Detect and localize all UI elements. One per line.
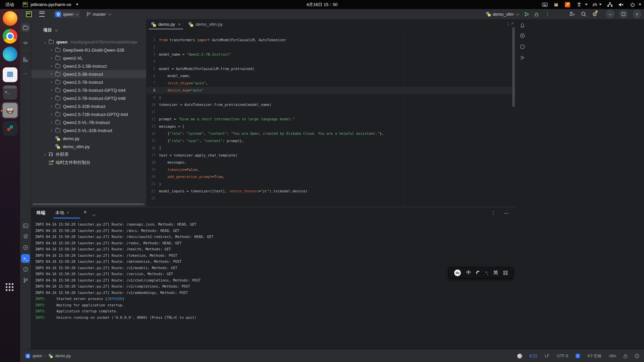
tree-item-qwen2-5-3b-instruct[interactable]: ›Qwen2.5-3B-Instruct (31, 70, 147, 78)
ime-punctuation-mode[interactable]: °, (486, 271, 488, 275)
new-terminal-icon[interactable]: + (84, 209, 87, 215)
chevron-collapsed-icon[interactable]: › (50, 112, 53, 117)
code-line-12[interactable]: 12prompt = "Give me a short introduction… (147, 116, 516, 123)
code-line-22[interactable]: 22model_inputs = tokenizer([text], retur… (147, 188, 516, 195)
media-app-icon[interactable] (3, 121, 17, 136)
code-area[interactable]: 1from transformers import AutoModelForCa… (147, 29, 516, 207)
breadcrumb-file[interactable]: demo.py (55, 354, 71, 358)
debug-button[interactable] (534, 12, 539, 17)
plugin-status-icon[interactable] (517, 354, 522, 359)
code-line-8[interactable]: 8 device_map="auto" (147, 87, 516, 94)
ime-chinese-mode[interactable]: 中 (466, 270, 471, 276)
system-tray[interactable]: zh (541, 0, 641, 9)
app-menu[interactable]: PC jetbrains-pycharm-ce (19, 0, 82, 9)
ime-engine-icon[interactable]: du (454, 269, 461, 276)
vcs-branch-widget[interactable]: master (85, 11, 112, 18)
tree-item-qwen2-5-72b-instruct-gptq-int4[interactable]: ›Qwen2.5-72B-Instruct-GPTQ-Int4 (31, 110, 147, 118)
tree-item--[interactable]: ›外部库 (31, 150, 147, 159)
code-line-4[interactable]: 4 (147, 58, 516, 65)
hide-windows-icon[interactable] (519, 54, 526, 61)
code-line-19[interactable]: 19 tokenize=False, (147, 166, 516, 173)
terminal-title[interactable]: 终端 (37, 210, 45, 216)
run-tool-icon[interactable] (21, 243, 30, 252)
close-tab-icon[interactable]: × (178, 22, 181, 27)
chevron-down-icon[interactable] (92, 212, 95, 218)
code-line-18[interactable]: 18 messages, (147, 159, 516, 166)
code-line-20[interactable]: 20 add_generation_prompt=True, (147, 173, 516, 181)
editor-scrollbar[interactable] (512, 27, 515, 107)
structure-tool-icon[interactable] (21, 55, 30, 64)
code-line-3[interactable]: 3model_name = "Qwen2.5-7B-Instruct" (147, 51, 516, 58)
code-line-2[interactable]: 2 (147, 44, 516, 51)
code-with-me-button[interactable] (569, 11, 575, 17)
chevron-collapsed-icon[interactable]: › (50, 120, 53, 125)
more-actions-icon[interactable]: ⋮ (545, 11, 550, 17)
chrome-icon[interactable] (3, 29, 17, 44)
encoding-widget[interactable]: UTF-8 (557, 354, 568, 358)
chevron-collapsed-icon[interactable]: › (50, 128, 53, 133)
hide-panel-icon[interactable]: — (504, 210, 508, 216)
plugin-badge-icon[interactable]: ✓ (576, 354, 580, 358)
ime-simplified-mode[interactable]: 简 (493, 270, 498, 276)
project-tool-icon[interactable] (21, 23, 30, 32)
tree-item-qwen2-5-1-5b-instruct[interactable]: ›Qwen2.5-1.5B-Instruct (31, 62, 147, 70)
code-line-5[interactable]: 5model = AutoModelForCausalLM.from_pretr… (147, 65, 516, 72)
problems-tool-icon[interactable] (21, 265, 30, 274)
terminal-options-icon[interactable]: ⋮ (491, 210, 496, 216)
tree-item-qwen2-5-7b-instruct-gptq-int4[interactable]: ›Qwen2.5-7B-Instruct-GPTQ-Int4 (31, 86, 147, 94)
moon-fullwidth-icon[interactable] (475, 270, 481, 276)
clock[interactable]: 4月16日 15：50 (287, 0, 357, 9)
tab-demo-py[interactable]: demo.py × (147, 19, 184, 29)
terminal-app-icon[interactable]: >_ (3, 85, 17, 100)
status-time[interactable]: 8:22 (530, 354, 537, 358)
tree-item-demo-py[interactable]: demo.py (31, 134, 147, 142)
tree-item-qwen[interactable]: ⌄qwen/media/good/4TB/mn/model/llm/qw (31, 38, 147, 46)
terminal-tab-local[interactable]: 本地 × (55, 210, 69, 216)
commit-tool-icon[interactable] (21, 39, 30, 47)
tree-item--[interactable]: 临时文件和控制台 (31, 159, 147, 167)
indent-widget[interactable]: 4个空格 (587, 353, 602, 359)
tree-item-qwen2-5-32b-instruct[interactable]: ›Qwen2.5-32B-Instruct (31, 102, 147, 110)
tree-item-qwen2-5-7b-instruct-gptq-int8[interactable]: ›Qwen2.5-7B-Instruct-GPTQ-Int8 (31, 94, 147, 102)
volume-muted-icon[interactable] (618, 2, 625, 8)
chevron-collapsed-icon[interactable]: › (50, 88, 53, 93)
code-line-11[interactable]: 11 (147, 108, 516, 116)
code-line-10[interactable]: 10tokenizer = AutoTokenizer.from_pretrai… (147, 101, 516, 109)
more-tool-windows-icon[interactable]: ⋯ (21, 69, 30, 78)
chevron-collapsed-icon[interactable]: › (50, 80, 53, 84)
accessibility-icon[interactable] (576, 2, 582, 8)
horizontal-scrollbar[interactable] (33, 203, 144, 205)
tab-options-icon[interactable]: ⋮ (506, 21, 511, 27)
meetings-icon[interactable] (519, 32, 526, 39)
chevron-collapsed-icon[interactable]: › (50, 48, 53, 52)
chevron-collapsed-icon[interactable]: › (50, 56, 53, 60)
info-icon[interactable] (635, 354, 639, 358)
power-icon[interactable] (629, 2, 636, 8)
tab-demo-vllm-py[interactable]: demo_vllm.py (184, 19, 226, 29)
chevron-collapsed-icon[interactable]: › (50, 72, 53, 76)
ai-assistant-icon[interactable] (519, 43, 526, 50)
interpreter-widget[interactable]: vllm (609, 354, 616, 358)
code-line-16[interactable]: 16] (147, 144, 516, 152)
project-panel-header[interactable]: 项目 (43, 27, 57, 33)
chevron-collapsed-icon[interactable]: › (43, 152, 47, 157)
breadcrumb-project[interactable]: qwen (33, 354, 42, 358)
tree-item-qwen2-5-7b-instruct[interactable]: ›Qwen2.5-7B-Instruct (31, 78, 147, 86)
activities-button[interactable]: 活动 (0, 0, 19, 9)
code-line-1[interactable]: 1from transformers import AutoModelForCa… (147, 36, 516, 44)
run-button[interactable] (524, 12, 529, 17)
chevron-collapsed-icon[interactable]: › (50, 64, 53, 68)
code-line-13[interactable]: 13messages = [ (147, 123, 516, 130)
code-line-6[interactable]: 6 model_name, (147, 72, 516, 80)
inspections-ok-icon[interactable]: ✓ (511, 21, 515, 26)
keyboard-icon[interactable] (541, 2, 548, 8)
screenshot-indicator-icon[interactable] (564, 2, 571, 8)
network-icon[interactable] (606, 2, 613, 8)
notifications-bell-icon[interactable] (519, 22, 526, 29)
ime-keyboard-icon[interactable] (503, 271, 507, 275)
project-widget[interactable]: Q qwen (53, 10, 80, 18)
search-everywhere-button[interactable] (581, 11, 586, 17)
show-applications-icon[interactable] (6, 283, 13, 291)
code-line-9[interactable]: 9) (147, 94, 516, 101)
version-control-icon[interactable] (21, 276, 30, 285)
